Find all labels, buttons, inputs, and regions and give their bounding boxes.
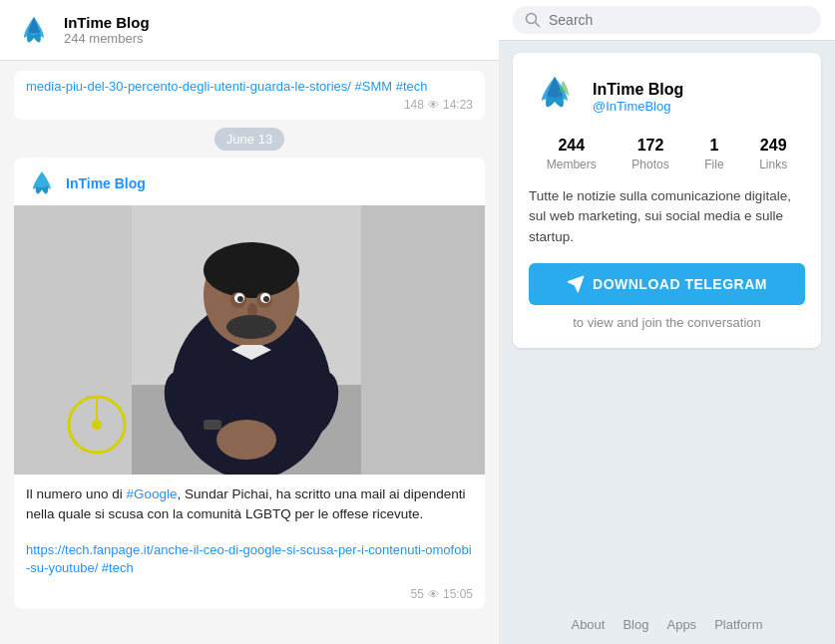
stat-file-num: 1 [704, 137, 723, 155]
stat-members-label: Members [547, 158, 597, 171]
svg-rect-28 [204, 420, 221, 430]
old-message-meta: 148 14:23 [26, 98, 473, 112]
old-message-time: 14:23 [443, 98, 473, 112]
search-icon [525, 12, 541, 28]
channel-card: InTime Blog @InTimeBlog 244 Members 172 … [513, 53, 821, 348]
join-text: to view and join the conversation [529, 315, 805, 330]
stat-members-num: 244 [547, 137, 597, 155]
telegram-icon [567, 275, 585, 293]
search-input[interactable] [549, 12, 809, 28]
left-panel: InTime Blog 244 members media-piu-del-30… [0, 0, 499, 644]
post-body-before: Il numero uno di [26, 486, 127, 501]
post-eye-icon [428, 587, 439, 601]
stat-photos-num: 172 [631, 137, 668, 155]
old-message-link[interactable]: media-piu-del-30-percento-degli-utenti-g… [26, 79, 473, 94]
post-hashtag-google[interactable]: #Google [127, 486, 178, 501]
post-message: InTime Blog [14, 158, 485, 609]
old-message: media-piu-del-30-percento-degli-utenti-g… [14, 71, 485, 120]
post-image [14, 205, 485, 475]
svg-rect-7 [361, 205, 485, 475]
stat-file: 1 File [704, 137, 723, 172]
svg-line-30 [536, 23, 540, 27]
card-name-block: InTime Blog @InTimeBlog [593, 81, 683, 114]
footer-link-platform[interactable]: Platform [714, 617, 762, 632]
channel-info: InTime Blog 244 members [64, 14, 150, 46]
post-author-avatar [26, 167, 58, 199]
post-meta: 55 15:05 [14, 587, 485, 609]
stat-members: 244 Members [547, 137, 597, 172]
channel-card-header: InTime Blog @InTimeBlog [529, 71, 805, 123]
channel-header: InTime Blog 244 members [0, 0, 499, 61]
eye-icon [428, 98, 439, 112]
right-panel: InTime Blog @InTimeBlog 244 Members 172 … [499, 0, 835, 644]
post-views: 55 [411, 587, 424, 601]
card-username[interactable]: @InTimeBlog [593, 99, 683, 114]
footer-link-about[interactable]: About [571, 617, 605, 632]
date-divider: June 13 [14, 130, 485, 148]
svg-rect-6 [14, 205, 132, 475]
post-header: InTime Blog [14, 158, 485, 205]
card-channel-name: InTime Blog [593, 81, 683, 99]
members-count: 244 members [64, 31, 150, 46]
search-input-wrap[interactable] [513, 6, 821, 34]
channel-description: Tutte le notizie sulla comunicazione dig… [529, 186, 805, 247]
post-body: Il numero uno di #Google, Sundar Pichai,… [14, 475, 485, 535]
stat-file-label: File [704, 158, 723, 171]
svg-point-14 [204, 242, 299, 298]
svg-point-27 [216, 420, 276, 460]
footer-link-apps[interactable]: Apps [666, 617, 696, 632]
svg-point-21 [247, 303, 257, 317]
channel-avatar [14, 10, 54, 50]
messages-area: media-piu-del-30-percento-degli-utenti-g… [0, 61, 499, 644]
stat-photos-label: Photos [631, 158, 668, 171]
card-channel-avatar [529, 71, 581, 123]
old-message-views: 148 [404, 98, 424, 112]
search-bar [499, 0, 835, 41]
stats-row: 244 Members 172 Photos 1 File 249 Links [529, 137, 805, 172]
svg-point-20 [263, 296, 269, 302]
stat-links-num: 249 [759, 137, 787, 155]
footer-link-blog[interactable]: Blog [623, 617, 648, 632]
channel-name: InTime Blog [64, 14, 150, 31]
stat-links-label: Links [759, 158, 787, 171]
post-footer-link[interactable]: https://tech.fanpage.it/anche-il-ceo-di-… [14, 535, 485, 587]
post-time: 15:05 [443, 587, 473, 601]
post-author: InTime Blog [66, 175, 146, 191]
stat-links: 249 Links [759, 137, 787, 172]
svg-point-23 [226, 315, 276, 339]
footer-links: About Blog Apps Platform [499, 605, 835, 644]
svg-point-19 [237, 296, 243, 302]
stat-photos: 172 Photos [631, 137, 668, 172]
download-telegram-button[interactable]: DOWNLOAD TELEGRAM [529, 263, 805, 305]
